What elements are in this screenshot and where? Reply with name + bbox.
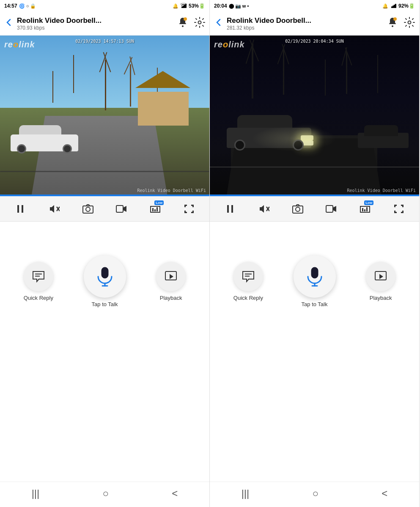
quick-reply-item-1: Quick Reply (24, 262, 53, 301)
header-icons-2 (387, 17, 415, 30)
status-bar-2: 20:04 ⬤ 📷 w • 🔔 92%🔋 (210, 0, 419, 12)
quality-btn-2[interactable]: Low (356, 200, 374, 218)
phone-panel-2: 20:04 ⬤ 📷 w • 🔔 92%🔋 Reolink Video (210, 0, 420, 507)
svg-rect-16 (102, 267, 108, 278)
camera-timestamp-2: 02/19/2023 20:04:34 SUN (285, 39, 343, 44)
car-wheel-rear (63, 144, 72, 153)
pause-icon-2 (225, 204, 235, 214)
camera-timestamp-1: 02/19/2023 14:57:13 SUN (75, 39, 134, 44)
phone-panel-1: 14:57 🌀 ○ 🔒 🔔 53%🔋 (0, 0, 210, 507)
svg-rect-29 (231, 205, 233, 213)
microphone-icon-1 (93, 265, 117, 288)
svg-rect-23 (393, 5, 394, 8)
mute-btn-1[interactable] (45, 200, 63, 218)
settings-icon-2[interactable] (404, 17, 415, 30)
svg-marker-20 (170, 274, 173, 279)
car-wheel-front (17, 144, 26, 153)
status-bar-right-1: 🔔 53%🔋 (173, 3, 205, 9)
recent-apps-btn-1[interactable]: ||| (32, 488, 40, 499)
svg-rect-37 (311, 267, 318, 278)
svg-point-6 (198, 21, 201, 24)
svg-marker-41 (379, 274, 383, 279)
quick-reply-btn-1[interactable] (24, 262, 53, 291)
status-bar-1: 14:57 🌀 ○ 🔒 🔔 53%🔋 (0, 0, 209, 12)
playback-label-1: Playback (160, 295, 182, 301)
record-icon-2 (326, 204, 337, 214)
bell-icon-1[interactable] (177, 17, 188, 30)
blue-progress-bar-1 (0, 195, 209, 196)
svg-rect-1 (184, 5, 185, 8)
quick-reply-label-1: Quick Reply (24, 295, 53, 301)
svg-rect-7 (17, 205, 19, 213)
back-btn-2[interactable]: < (382, 488, 387, 499)
app-header-1: Reolink Video Doorbell... 370.93 kbps (0, 12, 209, 36)
svg-point-4 (182, 25, 184, 27)
tap-to-talk-btn-2[interactable] (294, 255, 336, 298)
camera-cable-1 (0, 171, 209, 172)
night-car-2 (358, 123, 409, 148)
alarm-icon-2: 🔔 (382, 3, 388, 9)
playback-icon-2 (374, 271, 387, 282)
record-btn-1[interactable] (112, 200, 131, 218)
svg-point-26 (393, 17, 397, 21)
camera-feed-1: 02/19/2023 14:57:13 SUN reolink Reolink … (0, 36, 209, 196)
svg-rect-8 (22, 205, 23, 213)
svg-rect-24 (391, 6, 393, 8)
quick-reply-label-2: Quick Reply (233, 295, 263, 301)
tap-to-talk-btn-1[interactable] (84, 255, 126, 298)
night-tree-4 (377, 55, 378, 93)
playback-icon-1 (165, 271, 177, 282)
night-tree-5 (325, 60, 326, 96)
home-btn-1[interactable]: ○ (103, 488, 109, 499)
night-tree-2 (283, 48, 284, 95)
status-bar-left-1: 14:57 🌀 ○ 🔒 (4, 3, 36, 9)
snapshot-btn-2[interactable] (288, 200, 307, 218)
playback-btn-2[interactable] (366, 262, 395, 291)
home-btn-2[interactable]: ○ (313, 488, 319, 499)
camera-feed-2: 02/19/2023 20:04:34 SUN reolink Reolink … (210, 36, 419, 196)
wifi-icon-1 (180, 3, 187, 9)
house-roof-daytime (135, 71, 190, 88)
playback-btn-1[interactable] (156, 262, 186, 291)
tree-trunk-2 (130, 64, 131, 107)
recent-apps-btn-2[interactable]: ||| (242, 488, 250, 499)
fullscreen-btn-2[interactable] (390, 200, 408, 218)
header-title-2: Reolink Video Doorbell... (227, 16, 345, 25)
snapshot-btn-1[interactable] (79, 200, 97, 218)
svg-rect-28 (227, 205, 229, 213)
fullscreen-btn-1[interactable] (180, 200, 198, 218)
quick-reply-btn-2[interactable] (233, 262, 263, 291)
time-1: 14:57 (4, 3, 17, 9)
settings-icon-1[interactable] (194, 17, 205, 30)
night-tree-1 (252, 44, 253, 99)
camera-label-2: Reolink Video Doorbell WiFi (347, 188, 416, 193)
tap-to-talk-item-2: Tap to Talk (294, 255, 336, 307)
pause-btn-1[interactable] (11, 200, 30, 218)
status-bar-left-2: 20:04 ⬤ 📷 w • (214, 3, 249, 9)
mute-btn-2[interactable] (255, 200, 273, 218)
bottom-nav-2: ||| ○ < (210, 482, 419, 507)
quality-icon-2 (360, 204, 371, 214)
back-chevron-2[interactable] (214, 18, 223, 29)
headlight-glow (252, 126, 336, 151)
fullscreen-icon-2 (393, 204, 404, 214)
record-icon-1 (116, 204, 127, 214)
svg-point-25 (392, 25, 393, 27)
quality-btn-1[interactable]: Low (146, 200, 165, 218)
pause-btn-2[interactable] (221, 200, 239, 218)
back-chevron-1[interactable] (4, 18, 14, 29)
header-icons-1 (177, 17, 205, 30)
svg-rect-13 (116, 206, 123, 212)
record-btn-2[interactable] (322, 200, 340, 218)
header-title-group-2: Reolink Video Doorbell... 281.32 kbps (227, 16, 384, 31)
status-bar-right-2: 🔔 92%🔋 (382, 3, 415, 9)
svg-rect-34 (326, 206, 333, 212)
quick-reply-item-2: Quick Reply (233, 262, 263, 301)
svg-point-12 (86, 207, 90, 211)
mute-icon-2 (258, 204, 269, 214)
pause-icon-1 (15, 204, 25, 214)
tree-trunk-5 (52, 71, 53, 103)
battery-1: 53%🔋 (189, 3, 205, 9)
bell-icon-2[interactable] (387, 17, 398, 30)
back-btn-1[interactable]: < (172, 488, 178, 499)
